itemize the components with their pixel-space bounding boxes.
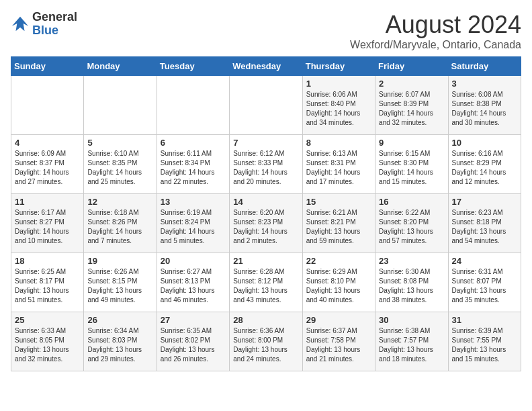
calendar-cell: 16Sunrise: 6:22 AM Sunset: 8:20 PM Dayli…: [375, 194, 448, 253]
day-info: Sunrise: 6:06 AM Sunset: 8:40 PM Dayligh…: [306, 90, 371, 128]
calendar-table: SundayMondayTuesdayWednesdayThursdayFrid…: [11, 56, 521, 371]
day-info: Sunrise: 6:39 AM Sunset: 7:55 PM Dayligh…: [452, 326, 517, 364]
header-friday: Friday: [375, 57, 448, 76]
calendar-cell: [157, 76, 229, 135]
day-info: Sunrise: 6:37 AM Sunset: 7:58 PM Dayligh…: [306, 326, 371, 364]
day-number: 17: [452, 197, 517, 207]
main-title: August 2024: [350, 11, 521, 39]
day-number: 20: [161, 256, 226, 266]
day-info: Sunrise: 6:31 AM Sunset: 8:07 PM Dayligh…: [452, 267, 517, 305]
week-row-3: 11Sunrise: 6:17 AM Sunset: 8:27 PM Dayli…: [11, 194, 521, 253]
calendar-cell: 30Sunrise: 6:38 AM Sunset: 7:57 PM Dayli…: [375, 312, 448, 371]
calendar-cell: 26Sunrise: 6:34 AM Sunset: 8:03 PM Dayli…: [84, 312, 157, 371]
day-number: 4: [15, 138, 80, 148]
day-number: 27: [161, 315, 226, 325]
calendar-cell: 4Sunrise: 6:09 AM Sunset: 8:37 PM Daylig…: [11, 135, 84, 194]
day-info: Sunrise: 6:16 AM Sunset: 8:29 PM Dayligh…: [452, 149, 517, 187]
header-row: SundayMondayTuesdayWednesdayThursdayFrid…: [11, 57, 521, 76]
logo-blue: Blue: [32, 24, 58, 37]
header-monday: Monday: [84, 57, 157, 76]
calendar-cell: 21Sunrise: 6:28 AM Sunset: 8:12 PM Dayli…: [230, 253, 302, 312]
day-number: 6: [161, 138, 226, 148]
logo: General Blue: [11, 11, 77, 38]
calendar-cell: 27Sunrise: 6:35 AM Sunset: 8:02 PM Dayli…: [157, 312, 229, 371]
calendar-cell: [11, 76, 84, 135]
day-number: 14: [233, 197, 298, 207]
day-info: Sunrise: 6:18 AM Sunset: 8:26 PM Dayligh…: [87, 208, 152, 246]
day-info: Sunrise: 6:21 AM Sunset: 8:21 PM Dayligh…: [306, 208, 371, 246]
calendar-cell: 29Sunrise: 6:37 AM Sunset: 7:58 PM Dayli…: [302, 312, 375, 371]
calendar-cell: 10Sunrise: 6:16 AM Sunset: 8:29 PM Dayli…: [448, 135, 521, 194]
day-info: Sunrise: 6:34 AM Sunset: 8:03 PM Dayligh…: [87, 326, 152, 364]
header-tuesday: Tuesday: [157, 57, 229, 76]
calendar-cell: 15Sunrise: 6:21 AM Sunset: 8:21 PM Dayli…: [302, 194, 375, 253]
day-number: 7: [233, 138, 298, 148]
day-info: Sunrise: 6:36 AM Sunset: 8:00 PM Dayligh…: [233, 326, 298, 364]
day-number: 19: [87, 256, 152, 266]
day-number: 15: [306, 197, 371, 207]
day-info: Sunrise: 6:12 AM Sunset: 8:33 PM Dayligh…: [233, 149, 298, 187]
header: General Blue August 2024 Wexford/Maryval…: [11, 11, 521, 51]
calendar-cell: 9Sunrise: 6:15 AM Sunset: 8:30 PM Daylig…: [375, 135, 448, 194]
day-info: Sunrise: 6:07 AM Sunset: 8:39 PM Dayligh…: [379, 90, 444, 128]
calendar-cell: 25Sunrise: 6:33 AM Sunset: 8:05 PM Dayli…: [11, 312, 84, 371]
calendar-cell: 24Sunrise: 6:31 AM Sunset: 8:07 PM Dayli…: [448, 253, 521, 312]
week-row-1: 1Sunrise: 6:06 AM Sunset: 8:40 PM Daylig…: [11, 76, 521, 135]
day-info: Sunrise: 6:11 AM Sunset: 8:34 PM Dayligh…: [161, 149, 226, 187]
day-info: Sunrise: 6:13 AM Sunset: 8:31 PM Dayligh…: [306, 149, 371, 187]
calendar-cell: 12Sunrise: 6:18 AM Sunset: 8:26 PM Dayli…: [84, 194, 157, 253]
week-row-2: 4Sunrise: 6:09 AM Sunset: 8:37 PM Daylig…: [11, 135, 521, 194]
day-number: 8: [306, 138, 371, 148]
header-saturday: Saturday: [448, 57, 521, 76]
calendar-cell: 22Sunrise: 6:29 AM Sunset: 8:10 PM Dayli…: [302, 253, 375, 312]
calendar-cell: 5Sunrise: 6:10 AM Sunset: 8:35 PM Daylig…: [84, 135, 157, 194]
day-info: Sunrise: 6:25 AM Sunset: 8:17 PM Dayligh…: [15, 267, 80, 305]
svg-marker-0: [12, 17, 28, 31]
day-info: Sunrise: 6:30 AM Sunset: 8:08 PM Dayligh…: [379, 267, 444, 305]
calendar-cell: 6Sunrise: 6:11 AM Sunset: 8:34 PM Daylig…: [157, 135, 229, 194]
day-info: Sunrise: 6:26 AM Sunset: 8:15 PM Dayligh…: [87, 267, 152, 305]
calendar-cell: 28Sunrise: 6:36 AM Sunset: 8:00 PM Dayli…: [230, 312, 302, 371]
day-info: Sunrise: 6:20 AM Sunset: 8:23 PM Dayligh…: [233, 208, 298, 246]
day-info: Sunrise: 6:27 AM Sunset: 8:13 PM Dayligh…: [161, 267, 226, 305]
calendar-cell: 1Sunrise: 6:06 AM Sunset: 8:40 PM Daylig…: [302, 76, 375, 135]
header-thursday: Thursday: [302, 57, 375, 76]
week-row-4: 18Sunrise: 6:25 AM Sunset: 8:17 PM Dayli…: [11, 253, 521, 312]
day-number: 1: [306, 79, 371, 89]
calendar-cell: [230, 76, 302, 135]
calendar-cell: 13Sunrise: 6:19 AM Sunset: 8:24 PM Dayli…: [157, 194, 229, 253]
day-number: 24: [452, 256, 517, 266]
subtitle: Wexford/Maryvale, Ontario, Canada: [350, 39, 521, 51]
day-number: 10: [452, 138, 517, 148]
day-info: Sunrise: 6:28 AM Sunset: 8:12 PM Dayligh…: [233, 267, 298, 305]
day-number: 13: [161, 197, 226, 207]
day-number: 28: [233, 315, 298, 325]
day-info: Sunrise: 6:10 AM Sunset: 8:35 PM Dayligh…: [87, 149, 152, 187]
day-number: 21: [233, 256, 298, 266]
week-row-5: 25Sunrise: 6:33 AM Sunset: 8:05 PM Dayli…: [11, 312, 521, 371]
day-info: Sunrise: 6:38 AM Sunset: 7:57 PM Dayligh…: [379, 326, 444, 364]
calendar-cell: 14Sunrise: 6:20 AM Sunset: 8:23 PM Dayli…: [230, 194, 302, 253]
day-number: 26: [87, 315, 152, 325]
day-number: 3: [452, 79, 517, 89]
day-info: Sunrise: 6:22 AM Sunset: 8:20 PM Dayligh…: [379, 208, 444, 246]
calendar-cell: [84, 76, 157, 135]
day-number: 11: [15, 197, 80, 207]
calendar-cell: 11Sunrise: 6:17 AM Sunset: 8:27 PM Dayli…: [11, 194, 84, 253]
logo-text: General Blue: [32, 11, 77, 38]
logo-general: General: [32, 10, 77, 24]
day-number: 25: [15, 315, 80, 325]
calendar-cell: 23Sunrise: 6:30 AM Sunset: 8:08 PM Dayli…: [375, 253, 448, 312]
day-info: Sunrise: 6:33 AM Sunset: 8:05 PM Dayligh…: [15, 326, 80, 364]
day-number: 31: [452, 315, 517, 325]
calendar-cell: 20Sunrise: 6:27 AM Sunset: 8:13 PM Dayli…: [157, 253, 229, 312]
calendar-cell: 7Sunrise: 6:12 AM Sunset: 8:33 PM Daylig…: [230, 135, 302, 194]
calendar-cell: 18Sunrise: 6:25 AM Sunset: 8:17 PM Dayli…: [11, 253, 84, 312]
day-number: 23: [379, 256, 444, 266]
calendar-cell: 19Sunrise: 6:26 AM Sunset: 8:15 PM Dayli…: [84, 253, 157, 312]
day-info: Sunrise: 6:23 AM Sunset: 8:18 PM Dayligh…: [452, 208, 517, 246]
day-number: 5: [87, 138, 152, 148]
day-number: 12: [87, 197, 152, 207]
header-sunday: Sunday: [11, 57, 84, 76]
day-info: Sunrise: 6:35 AM Sunset: 8:02 PM Dayligh…: [161, 326, 226, 364]
